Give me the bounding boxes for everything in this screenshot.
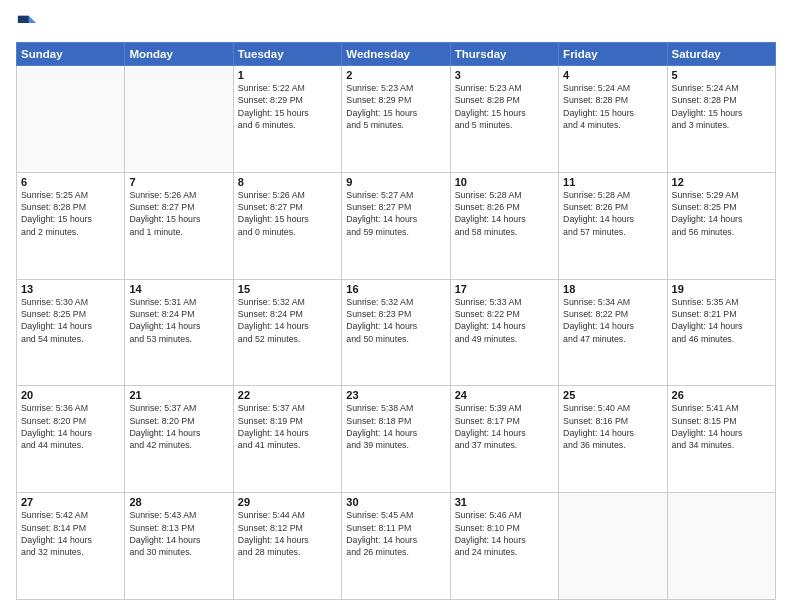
calendar-cell: 15Sunrise: 5:32 AM Sunset: 8:24 PM Dayli… [233, 279, 341, 386]
calendar-cell: 26Sunrise: 5:41 AM Sunset: 8:15 PM Dayli… [667, 386, 775, 493]
calendar-cell: 23Sunrise: 5:38 AM Sunset: 8:18 PM Dayli… [342, 386, 450, 493]
calendar-cell: 1Sunrise: 5:22 AM Sunset: 8:29 PM Daylig… [233, 66, 341, 173]
calendar-cell: 4Sunrise: 5:24 AM Sunset: 8:28 PM Daylig… [559, 66, 667, 173]
calendar-week-row: 20Sunrise: 5:36 AM Sunset: 8:20 PM Dayli… [17, 386, 776, 493]
day-info: Sunrise: 5:28 AM Sunset: 8:26 PM Dayligh… [563, 189, 662, 238]
calendar-cell: 8Sunrise: 5:26 AM Sunset: 8:27 PM Daylig… [233, 172, 341, 279]
day-info: Sunrise: 5:46 AM Sunset: 8:10 PM Dayligh… [455, 509, 554, 558]
day-info: Sunrise: 5:40 AM Sunset: 8:16 PM Dayligh… [563, 402, 662, 451]
day-info: Sunrise: 5:33 AM Sunset: 8:22 PM Dayligh… [455, 296, 554, 345]
day-number: 23 [346, 389, 445, 401]
calendar-header-row: SundayMondayTuesdayWednesdayThursdayFrid… [17, 43, 776, 66]
calendar-cell: 29Sunrise: 5:44 AM Sunset: 8:12 PM Dayli… [233, 493, 341, 600]
day-info: Sunrise: 5:29 AM Sunset: 8:25 PM Dayligh… [672, 189, 771, 238]
calendar-week-row: 13Sunrise: 5:30 AM Sunset: 8:25 PM Dayli… [17, 279, 776, 386]
day-number: 6 [21, 176, 120, 188]
day-number: 29 [238, 496, 337, 508]
day-number: 8 [238, 176, 337, 188]
day-number: 10 [455, 176, 554, 188]
calendar-cell: 24Sunrise: 5:39 AM Sunset: 8:17 PM Dayli… [450, 386, 558, 493]
day-info: Sunrise: 5:26 AM Sunset: 8:27 PM Dayligh… [129, 189, 228, 238]
day-info: Sunrise: 5:22 AM Sunset: 8:29 PM Dayligh… [238, 82, 337, 131]
calendar-week-row: 27Sunrise: 5:42 AM Sunset: 8:14 PM Dayli… [17, 493, 776, 600]
calendar-cell: 7Sunrise: 5:26 AM Sunset: 8:27 PM Daylig… [125, 172, 233, 279]
day-number: 13 [21, 283, 120, 295]
day-info: Sunrise: 5:23 AM Sunset: 8:28 PM Dayligh… [455, 82, 554, 131]
calendar-cell: 30Sunrise: 5:45 AM Sunset: 8:11 PM Dayli… [342, 493, 450, 600]
calendar-cell: 10Sunrise: 5:28 AM Sunset: 8:26 PM Dayli… [450, 172, 558, 279]
day-number: 20 [21, 389, 120, 401]
day-info: Sunrise: 5:39 AM Sunset: 8:17 PM Dayligh… [455, 402, 554, 451]
day-number: 15 [238, 283, 337, 295]
calendar-cell: 3Sunrise: 5:23 AM Sunset: 8:28 PM Daylig… [450, 66, 558, 173]
calendar-header-thursday: Thursday [450, 43, 558, 66]
day-number: 2 [346, 69, 445, 81]
calendar-cell: 6Sunrise: 5:25 AM Sunset: 8:28 PM Daylig… [17, 172, 125, 279]
page: SundayMondayTuesdayWednesdayThursdayFrid… [0, 0, 792, 612]
calendar-table: SundayMondayTuesdayWednesdayThursdayFrid… [16, 42, 776, 600]
header [16, 12, 776, 34]
day-info: Sunrise: 5:45 AM Sunset: 8:11 PM Dayligh… [346, 509, 445, 558]
svg-rect-1 [18, 16, 29, 23]
calendar-cell [667, 493, 775, 600]
day-number: 26 [672, 389, 771, 401]
day-number: 21 [129, 389, 228, 401]
calendar-header-monday: Monday [125, 43, 233, 66]
day-number: 7 [129, 176, 228, 188]
logo [16, 12, 42, 34]
calendar-cell: 27Sunrise: 5:42 AM Sunset: 8:14 PM Dayli… [17, 493, 125, 600]
day-info: Sunrise: 5:24 AM Sunset: 8:28 PM Dayligh… [563, 82, 662, 131]
day-number: 28 [129, 496, 228, 508]
day-number: 12 [672, 176, 771, 188]
calendar-header-friday: Friday [559, 43, 667, 66]
day-number: 4 [563, 69, 662, 81]
calendar-cell: 20Sunrise: 5:36 AM Sunset: 8:20 PM Dayli… [17, 386, 125, 493]
day-number: 11 [563, 176, 662, 188]
day-info: Sunrise: 5:28 AM Sunset: 8:26 PM Dayligh… [455, 189, 554, 238]
day-number: 22 [238, 389, 337, 401]
day-info: Sunrise: 5:37 AM Sunset: 8:20 PM Dayligh… [129, 402, 228, 451]
day-info: Sunrise: 5:32 AM Sunset: 8:23 PM Dayligh… [346, 296, 445, 345]
calendar-cell: 25Sunrise: 5:40 AM Sunset: 8:16 PM Dayli… [559, 386, 667, 493]
calendar-cell [17, 66, 125, 173]
day-number: 27 [21, 496, 120, 508]
day-info: Sunrise: 5:35 AM Sunset: 8:21 PM Dayligh… [672, 296, 771, 345]
calendar-cell: 17Sunrise: 5:33 AM Sunset: 8:22 PM Dayli… [450, 279, 558, 386]
day-number: 5 [672, 69, 771, 81]
calendar-cell: 22Sunrise: 5:37 AM Sunset: 8:19 PM Dayli… [233, 386, 341, 493]
day-info: Sunrise: 5:24 AM Sunset: 8:28 PM Dayligh… [672, 82, 771, 131]
day-info: Sunrise: 5:26 AM Sunset: 8:27 PM Dayligh… [238, 189, 337, 238]
calendar-header-sunday: Sunday [17, 43, 125, 66]
calendar-week-row: 6Sunrise: 5:25 AM Sunset: 8:28 PM Daylig… [17, 172, 776, 279]
calendar-header-saturday: Saturday [667, 43, 775, 66]
day-info: Sunrise: 5:42 AM Sunset: 8:14 PM Dayligh… [21, 509, 120, 558]
day-info: Sunrise: 5:34 AM Sunset: 8:22 PM Dayligh… [563, 296, 662, 345]
day-number: 19 [672, 283, 771, 295]
calendar-header-wednesday: Wednesday [342, 43, 450, 66]
day-number: 9 [346, 176, 445, 188]
day-number: 31 [455, 496, 554, 508]
day-info: Sunrise: 5:38 AM Sunset: 8:18 PM Dayligh… [346, 402, 445, 451]
calendar-cell: 11Sunrise: 5:28 AM Sunset: 8:26 PM Dayli… [559, 172, 667, 279]
calendar-cell: 31Sunrise: 5:46 AM Sunset: 8:10 PM Dayli… [450, 493, 558, 600]
calendar-cell: 9Sunrise: 5:27 AM Sunset: 8:27 PM Daylig… [342, 172, 450, 279]
day-info: Sunrise: 5:36 AM Sunset: 8:20 PM Dayligh… [21, 402, 120, 451]
day-info: Sunrise: 5:23 AM Sunset: 8:29 PM Dayligh… [346, 82, 445, 131]
day-number: 1 [238, 69, 337, 81]
calendar-cell: 21Sunrise: 5:37 AM Sunset: 8:20 PM Dayli… [125, 386, 233, 493]
calendar-cell: 5Sunrise: 5:24 AM Sunset: 8:28 PM Daylig… [667, 66, 775, 173]
logo-icon [16, 12, 38, 34]
day-info: Sunrise: 5:37 AM Sunset: 8:19 PM Dayligh… [238, 402, 337, 451]
calendar-cell [125, 66, 233, 173]
day-number: 17 [455, 283, 554, 295]
calendar-cell [559, 493, 667, 600]
day-info: Sunrise: 5:30 AM Sunset: 8:25 PM Dayligh… [21, 296, 120, 345]
calendar-cell: 13Sunrise: 5:30 AM Sunset: 8:25 PM Dayli… [17, 279, 125, 386]
calendar-cell: 12Sunrise: 5:29 AM Sunset: 8:25 PM Dayli… [667, 172, 775, 279]
day-info: Sunrise: 5:25 AM Sunset: 8:28 PM Dayligh… [21, 189, 120, 238]
day-info: Sunrise: 5:27 AM Sunset: 8:27 PM Dayligh… [346, 189, 445, 238]
day-info: Sunrise: 5:43 AM Sunset: 8:13 PM Dayligh… [129, 509, 228, 558]
calendar-cell: 2Sunrise: 5:23 AM Sunset: 8:29 PM Daylig… [342, 66, 450, 173]
calendar-cell: 19Sunrise: 5:35 AM Sunset: 8:21 PM Dayli… [667, 279, 775, 386]
svg-marker-0 [29, 16, 36, 23]
